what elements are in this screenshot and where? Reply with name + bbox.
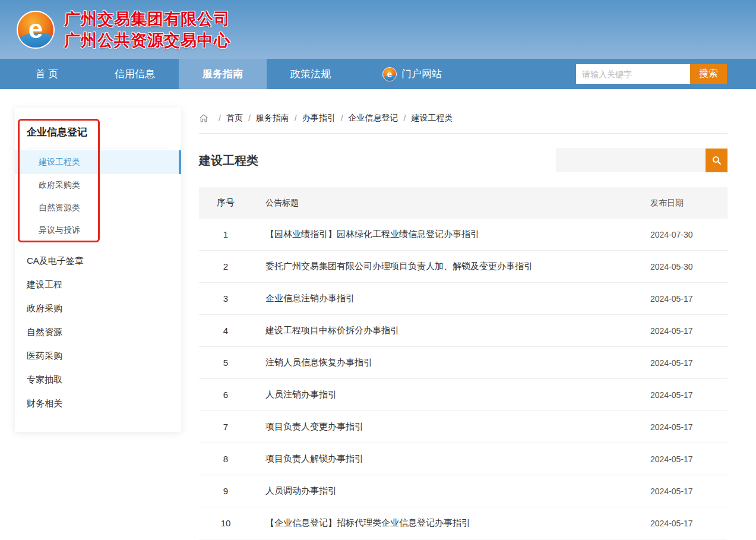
announcement-table: 序号 公告标题 发布日期 1 【园林业绩指引】园林绿化工程业绩信息登记办事指引 … [199, 187, 727, 539]
breadcrumb-items: / 首页 / 服务指南 / 办事指引 / 企业信息登记 [213, 113, 453, 124]
sidebar-item[interactable]: 自然资源 [15, 320, 181, 344]
table-row: 8 项目负责人解锁办事指引 2024-05-17 [199, 443, 727, 475]
sidebar-item-label: 专家抽取 [27, 374, 62, 386]
sidebar: 企业信息登记 建设工程类 政府采购类 自然资源类 异议与投诉 CA及电子签章 [15, 108, 181, 432]
breadcrumb-item: / 首页 [213, 113, 243, 124]
publish-date: 2024-05-17 [650, 390, 727, 400]
table-row: 9 人员调动办事指引 2024-05-17 [199, 475, 727, 507]
table-body: 1 【园林业绩指引】园林绿化工程业绩信息登记办事指引 2024-07-30 2 … [199, 219, 727, 539]
announcement-link[interactable]: 企业信息注销办事指引 [265, 293, 355, 303]
sidebar-item-label: 财务相关 [27, 398, 62, 409]
announcement-link[interactable]: 项目负责人变更办事指引 [265, 421, 363, 431]
announcement-link[interactable]: 人员注销办事指引 [265, 389, 337, 399]
nav-item-portal[interactable]: e 门户网站 [382, 59, 442, 89]
nav-item[interactable]: 服务指南 [179, 59, 267, 89]
announcement-link[interactable]: 建设工程项目中标价拆分办事指引 [265, 325, 399, 335]
row-number: 5 [199, 358, 252, 368]
sidebar-sub-item[interactable]: 异议与投诉 [15, 219, 181, 242]
breadcrumb-link[interactable]: 办事指引 [302, 113, 336, 124]
publish-date: 2024-05-17 [650, 519, 727, 528]
publish-date: 2024-05-17 [650, 487, 727, 496]
row-number: 2 [199, 261, 252, 271]
row-number: 4 [199, 326, 252, 336]
sidebar-item[interactable]: 政府采购 [15, 296, 181, 320]
row-number: 3 [199, 293, 252, 304]
sidebar-item[interactable]: 医药采购 [15, 344, 181, 368]
brand-line-1: 广州交易集团有限公司 [64, 8, 230, 30]
site-logo-icon: e [17, 11, 55, 49]
breadcrumb-separator: / [248, 113, 251, 123]
sidebar-sub-item-label: 自然资源类 [39, 203, 80, 213]
brand-title: 广州交易集团有限公司 广州公共资源交易中心 [64, 8, 230, 51]
breadcrumb-item: / 建设工程类 [398, 113, 453, 124]
sidebar-sub-item[interactable]: 自然资源类 [15, 197, 181, 219]
table-row: 6 人员注销办事指引 2024-05-17 [199, 379, 727, 411]
row-number: 6 [199, 390, 252, 400]
nav-item-label: 服务指南 [203, 67, 243, 81]
title-row: 建设工程类 [199, 149, 727, 172]
breadcrumb-link[interactable]: 服务指南 [256, 113, 289, 124]
nav-item-label: 信用信息 [115, 67, 155, 81]
breadcrumb-item: / 办事指引 [289, 113, 336, 124]
row-number: 9 [199, 486, 252, 496]
content-search-button[interactable] [706, 149, 727, 172]
announcement-link[interactable]: 【企业信息登记】招标代理类企业信息登记办事指引 [265, 517, 470, 528]
nav-item[interactable]: 首 页 [3, 59, 91, 89]
nav-items: 首 页 信用信息 服务指南 政策法规 [3, 59, 355, 89]
portal-logo-icon: e [382, 67, 397, 81]
breadcrumb-link[interactable]: 建设工程类 [411, 113, 453, 124]
sidebar-item[interactable]: CA及电子签章 [15, 249, 181, 273]
announcement-link[interactable]: 委托广州交易集团有限公司办理项目负责人加、解锁及变更办事指引 [265, 261, 533, 271]
sidebar-item[interactable]: 财务相关 [15, 391, 181, 415]
announcement-link[interactable]: 【园林业绩指引】园林绿化工程业绩信息登记办事指引 [265, 229, 479, 239]
sidebar-item[interactable]: 专家抽取 [15, 368, 181, 391]
announcement-link[interactable]: 项目负责人解锁办事指引 [265, 453, 363, 463]
sidebar-sub-item-label: 政府采购类 [39, 180, 80, 191]
main-content: / 首页 / 服务指南 / 办事指引 / 企业信息登记 [199, 113, 727, 539]
table-row: 5 注销人员信息恢复办事指引 2024-05-17 [199, 347, 727, 379]
publish-date: 2024-05-17 [650, 294, 727, 304]
publish-date: 2024-05-17 [650, 422, 727, 432]
nav-item[interactable]: 信用信息 [91, 59, 179, 89]
site-header: e 广州交易集团有限公司 广州公共资源交易中心 [0, 0, 756, 59]
row-number: 10 [199, 518, 252, 528]
sidebar-sub-item[interactable]: 建设工程类 [15, 150, 181, 174]
table-row: 1 【园林业绩指引】园林绿化工程业绩信息登记办事指引 2024-07-30 [199, 219, 727, 251]
header-date: 发布日期 [650, 198, 727, 209]
nav-search: 搜索 [576, 59, 727, 89]
sidebar-sub-item-label: 建设工程类 [39, 157, 80, 168]
announcement-link[interactable]: 人员调动办事指引 [265, 485, 337, 495]
main-nav: 首 页 信用信息 服务指南 政策法规 e 门户网站 搜索 [0, 59, 756, 89]
sidebar-item-label: CA及电子签章 [27, 255, 84, 267]
brand-line-2: 广州公共资源交易中心 [64, 30, 230, 51]
table-row: 3 企业信息注销办事指引 2024-05-17 [199, 283, 727, 315]
breadcrumb-link[interactable]: 企业信息登记 [349, 113, 398, 124]
publish-date: 2024-05-30 [650, 262, 727, 271]
logo-letter: e [18, 11, 53, 47]
content-search [556, 149, 727, 172]
nav-item-label: 政策法规 [290, 67, 331, 81]
header-no: 序号 [199, 197, 252, 209]
sidebar-item[interactable]: 建设工程 [15, 273, 181, 296]
sidebar-item-label: 医药采购 [27, 350, 62, 362]
table-row: 2 委托广州交易集团有限公司办理项目负责人加、解锁及变更办事指引 2024-05… [199, 251, 727, 283]
nav-portal-label: 门户网站 [401, 67, 442, 81]
announcement-link[interactable]: 注销人员信息恢复办事指引 [265, 357, 372, 367]
nav-item-label: 首 页 [36, 67, 59, 81]
table-header-row: 序号 公告标题 发布日期 [199, 187, 727, 219]
publish-date: 2024-05-17 [650, 326, 727, 336]
sidebar-item-label: 建设工程 [27, 279, 62, 290]
row-number: 1 [199, 229, 252, 239]
table-row: 7 项目负责人变更办事指引 2024-05-17 [199, 411, 727, 443]
breadcrumb-separator: / [295, 113, 297, 123]
nav-item[interactable]: 政策法规 [267, 59, 355, 89]
table-row: 10 【企业信息登记】招标代理类企业信息登记办事指引 2024-05-17 [199, 507, 727, 539]
breadcrumb-item: / 服务指南 [243, 113, 289, 124]
sidebar-section-items: 建设工程类 政府采购类 自然资源类 异议与投诉 [15, 150, 181, 242]
nav-search-input[interactable] [576, 64, 690, 84]
content-search-input[interactable] [556, 149, 706, 172]
breadcrumb-link[interactable]: 首页 [226, 113, 243, 124]
row-number: 8 [199, 454, 252, 464]
nav-search-button[interactable]: 搜索 [690, 64, 727, 84]
sidebar-sub-item[interactable]: 政府采购类 [15, 174, 181, 197]
